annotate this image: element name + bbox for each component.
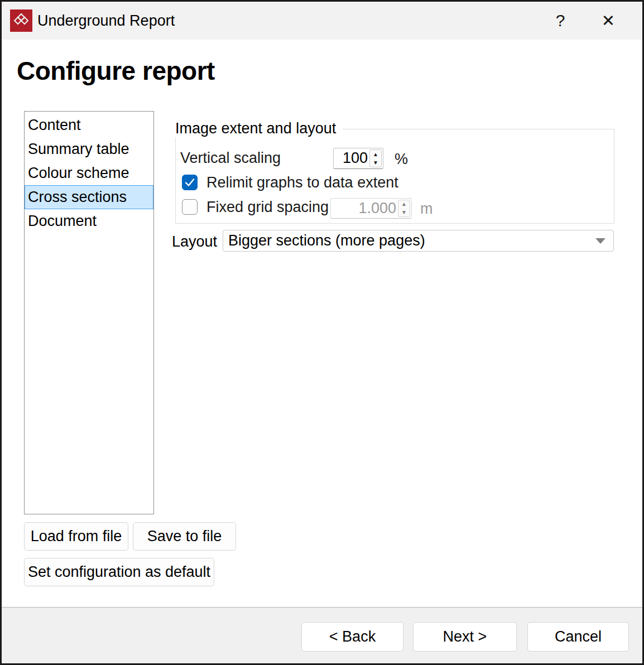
chevron-down-icon (595, 238, 605, 244)
list-item-summary-table[interactable]: Summary table (25, 137, 153, 161)
layout-selected-value: Bigger sections (more pages) (223, 232, 595, 249)
help-button[interactable]: ? (542, 2, 579, 40)
groupbox-title: Image extent and layout (175, 120, 343, 137)
relimit-checkbox[interactable] (182, 175, 198, 190)
vertical-scaling-spinbox[interactable]: 100 ▲ ▼ (333, 148, 383, 169)
page-title: Configure report (17, 56, 215, 86)
vertical-scaling-label: Vertical scaling (180, 150, 281, 167)
dialog-window: Underground Report ? ✕ Configure report … (0, 0, 644, 665)
fixed-grid-checkbox[interactable] (182, 199, 198, 215)
vertical-scaling-value[interactable]: 100 (334, 148, 369, 168)
spin-down-button[interactable]: ▼ (370, 158, 381, 167)
fixed-grid-value: 1.000 (331, 199, 398, 218)
set-default-button[interactable]: Set configuration as default (24, 558, 214, 586)
app-logo-icon (10, 9, 32, 32)
relimit-label[interactable]: Relimit graphs to data extent (206, 174, 398, 191)
spin-up-button: ▲ (398, 200, 410, 209)
load-from-file-button[interactable]: Load from file (24, 522, 128, 551)
checkmark-icon (182, 175, 197, 190)
image-extent-groupbox: Image extent and layout Vertical scaling… (175, 129, 614, 224)
fixed-grid-unit: m (420, 200, 433, 218)
list-item-cross-sections[interactable]: Cross sections (25, 185, 153, 209)
window-title: Underground Report (37, 12, 175, 30)
next-button[interactable]: Next > (413, 622, 517, 652)
fixed-grid-spinbox: 1.000 ▲ ▼ (330, 198, 412, 219)
layout-label: Layout (172, 233, 217, 250)
layout-dropdown[interactable]: Bigger sections (more pages) (223, 230, 614, 252)
section-list: Content Summary table Colour scheme Cros… (24, 111, 154, 514)
fixed-grid-label[interactable]: Fixed grid spacing (206, 199, 329, 216)
list-item-document[interactable]: Document (25, 209, 153, 233)
spin-up-button[interactable]: ▲ (370, 150, 381, 158)
vertical-scaling-unit: % (395, 151, 408, 168)
list-item-content[interactable]: Content (25, 113, 153, 137)
up-down-arrows-icon: ▲ ▼ (398, 200, 410, 217)
up-down-arrows-icon: ▲ ▼ (369, 150, 382, 167)
list-item-colour-scheme[interactable]: Colour scheme (25, 161, 153, 185)
cancel-button[interactable]: Cancel (527, 622, 629, 652)
titlebar: Underground Report ? ✕ (2, 2, 642, 40)
save-to-file-button[interactable]: Save to file (133, 522, 236, 551)
spin-down-button: ▼ (398, 209, 410, 217)
back-button[interactable]: < Back (301, 622, 403, 652)
close-button[interactable]: ✕ (590, 2, 627, 40)
